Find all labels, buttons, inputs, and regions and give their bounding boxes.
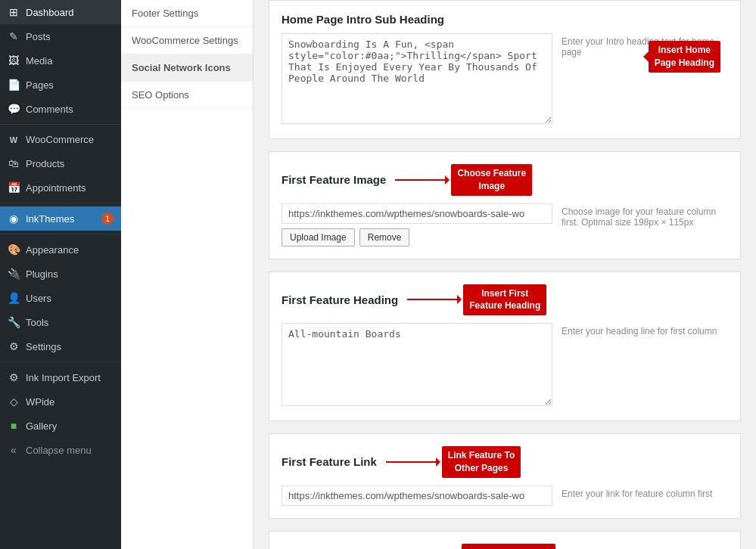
sidebar-item-wpide[interactable]: ◇ WPide xyxy=(0,389,121,414)
wpide-icon: ◇ xyxy=(8,395,20,408)
comments-icon: 💬 xyxy=(8,103,20,115)
appearance-icon: 🎨 xyxy=(8,243,20,256)
feature-link-hint: Enter your link for feature column first xyxy=(562,485,728,506)
sidebar-item-appearance[interactable]: 🎨 Appearance xyxy=(0,237,121,262)
secondary-nav-seo-options[interactable]: SEO Options xyxy=(121,82,253,109)
feature-content-annotation: Insert First FeatureDescription xyxy=(462,544,556,549)
feature-link-section: First Feature Link Link Feature ToOther … xyxy=(269,433,741,519)
home-intro-section: Home Page Intro Sub Heading Snowboarding… xyxy=(269,0,741,139)
sidebar-item-gallery[interactable]: ■ Gallery xyxy=(0,414,121,438)
feature-image-annotation: Choose FeatureImage xyxy=(451,164,532,196)
feature-link-title: First Feature Link xyxy=(282,455,377,468)
home-intro-hint: Enter your Intro heading text for home p… xyxy=(562,33,728,126)
settings-icon: ⚙ xyxy=(8,340,20,352)
sidebar-item-products[interactable]: 🛍 Products xyxy=(0,151,121,175)
divider-2 xyxy=(0,203,121,203)
feature-link-row: Enter your link for feature column first xyxy=(282,485,728,506)
products-icon: 🛍 xyxy=(8,157,20,169)
sidebar-item-settings[interactable]: ⚙ Settings xyxy=(0,334,121,358)
tools-icon: 🔧 xyxy=(8,316,20,328)
home-heading-annotation: Insert HomePage Heading xyxy=(649,41,720,73)
sidebar-item-collapse[interactable]: « Collapse menu xyxy=(0,438,121,462)
feature-heading-row: All-mountain Boards Enter your heading l… xyxy=(282,323,728,408)
divider-1 xyxy=(0,124,121,125)
feature-link-header: First Feature Link Link Feature ToOther … xyxy=(282,446,728,478)
feature-heading-textarea[interactable]: All-mountain Boards xyxy=(282,323,552,406)
secondary-nav-social-network-icons[interactable]: Social Network Icons xyxy=(121,54,253,82)
ink-import-export-icon: ⚙ xyxy=(8,371,20,383)
notification-badge: 1 xyxy=(101,212,114,225)
upload-image-button[interactable]: Upload Image xyxy=(282,228,355,247)
divider-4 xyxy=(0,361,121,362)
feature-heading-annotation: Insert FirstFeature Heading xyxy=(463,284,546,316)
feature-image-annotation-wrapper: Choose FeatureImage xyxy=(395,164,532,196)
feature-image-row: Upload Image Remove Choose image for you… xyxy=(282,203,728,247)
feature-heading-header: First Feature Heading Insert FirstFeatur… xyxy=(282,284,728,316)
arrowhead3 xyxy=(436,458,445,467)
users-icon: 👤 xyxy=(8,292,20,304)
feature-image-header: First Feature Image Choose FeatureImage xyxy=(282,164,728,196)
sidebar-item-inkthemes[interactable]: ◉ InkThemes 1 xyxy=(0,206,121,231)
sidebar: ⊞ Dashboard ✎ Posts 🖼 Media 📄 Pages 💬 Co… xyxy=(0,0,121,549)
home-intro-textarea[interactable]: Snowboarding Is A Fun, <span style="colo… xyxy=(282,33,552,124)
sidebar-item-users[interactable]: 👤 Users xyxy=(0,286,121,310)
sidebar-item-woocommerce[interactable]: W WooCommerce xyxy=(0,128,121,151)
sidebar-item-media[interactable]: 🖼 Media xyxy=(0,48,121,73)
sidebar-item-tools[interactable]: 🔧 Tools xyxy=(0,310,121,334)
feature-link-annotation-wrapper: Link Feature ToOther Pages xyxy=(386,446,521,478)
home-intro-title: Home Page Intro Sub Heading xyxy=(282,13,728,26)
secondary-nav-footer-settings[interactable]: Footer Settings xyxy=(121,0,253,27)
feature-content-header: First Feature Content Insert First Featu… xyxy=(282,544,728,549)
collapse-icon: « xyxy=(8,444,20,456)
feature-image-section: First Feature Image Choose FeatureImage … xyxy=(269,151,741,259)
dashboard-icon: ⊞ xyxy=(8,6,20,18)
annotation-line3 xyxy=(386,461,439,463)
feature-heading-hint: Enter your heading line for first column xyxy=(562,323,728,408)
sidebar-item-dashboard[interactable]: ⊞ Dashboard xyxy=(0,0,121,24)
appointments-icon: 📅 xyxy=(8,181,20,194)
remove-image-button[interactable]: Remove xyxy=(359,228,410,247)
inkthemes-icon: ◉ xyxy=(8,212,20,225)
feature-content-annotation-wrapper: Insert First FeatureDescription xyxy=(406,544,556,549)
arrowhead xyxy=(445,175,454,185)
woocommerce-icon: W xyxy=(8,135,20,144)
feature-link-annotation: Link Feature ToOther Pages xyxy=(442,446,521,478)
feature-heading-section: First Feature Heading Insert FirstFeatur… xyxy=(269,271,741,422)
feature-link-left xyxy=(282,485,552,506)
annotation-line2 xyxy=(407,299,460,300)
feature-heading-title: First Feature Heading xyxy=(282,293,398,306)
main-content: Home Page Intro Sub Heading Snowboarding… xyxy=(254,0,756,549)
posts-icon: ✎ xyxy=(8,30,20,42)
feature-link-input[interactable] xyxy=(282,485,552,506)
feature-heading-left: All-mountain Boards xyxy=(282,323,552,408)
plugins-icon: 🔌 xyxy=(8,268,20,280)
sidebar-item-ink-import-export[interactable]: ⚙ Ink Import Export xyxy=(0,365,121,389)
home-intro-left: Snowboarding Is A Fun, <span style="colo… xyxy=(282,33,552,126)
secondary-sidebar: Footer Settings WooCommerce Settings Soc… xyxy=(121,0,254,549)
feature-image-left: Upload Image Remove xyxy=(282,203,552,247)
gallery-icon: ■ xyxy=(8,420,20,432)
annotation-line xyxy=(395,179,448,181)
sidebar-item-comments[interactable]: 💬 Comments xyxy=(0,97,121,121)
feature-image-title: First Feature Image xyxy=(282,173,386,186)
feature-image-hint: Choose image for your feature column fir… xyxy=(562,203,728,247)
feature-image-buttons: Upload Image Remove xyxy=(282,228,552,247)
feature-heading-annotation-wrapper: Insert FirstFeature Heading xyxy=(407,284,546,316)
sidebar-item-posts[interactable]: ✎ Posts xyxy=(0,24,121,48)
feature-content-section: First Feature Content Insert First Featu… xyxy=(269,531,741,549)
secondary-nav-woocommerce-settings[interactable]: WooCommerce Settings xyxy=(121,27,253,54)
sidebar-item-appointments[interactable]: 📅 Appointments xyxy=(0,175,121,200)
divider-3 xyxy=(0,234,121,234)
home-intro-row: Snowboarding Is A Fun, <span style="colo… xyxy=(282,33,728,126)
sidebar-item-pages[interactable]: 📄 Pages xyxy=(0,73,121,97)
sidebar-item-plugins[interactable]: 🔌 Plugins xyxy=(0,262,121,286)
pages-icon: 📄 xyxy=(8,79,20,91)
arrowhead2 xyxy=(457,295,466,304)
media-icon: 🖼 xyxy=(8,54,20,67)
feature-image-url-input[interactable] xyxy=(282,203,552,224)
